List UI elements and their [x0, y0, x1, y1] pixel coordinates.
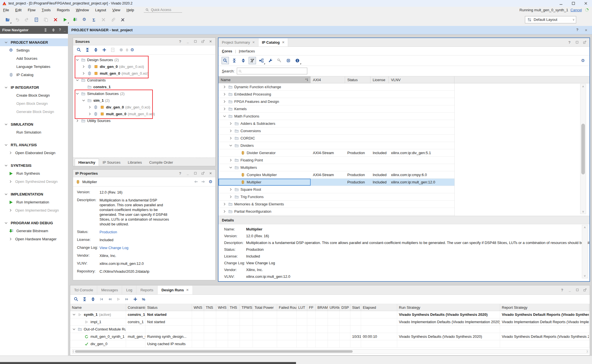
undo-button[interactable]	[14, 16, 21, 23]
catalog-row[interactable]: Math Functions	[218, 113, 454, 120]
license-button[interactable]	[276, 57, 283, 64]
column-header-wns[interactable]: WNS	[192, 304, 204, 311]
copy-button[interactable]	[42, 16, 50, 23]
column-header-bram[interactable]: BRAM	[316, 304, 328, 311]
scroll-down-icon[interactable]: ˅	[580, 210, 586, 214]
play-button[interactable]	[115, 296, 122, 303]
menu-view[interactable]: View	[109, 7, 123, 13]
chevron-down-icon[interactable]	[81, 98, 85, 102]
menu-help[interactable]: Help	[123, 7, 137, 13]
back-arrow-icon[interactable]	[193, 179, 198, 184]
design-run-row[interactable]: Out-of-Context Module Runs	[70, 326, 590, 333]
abort-button[interactable]	[52, 16, 59, 23]
catalog-row[interactable]: Memories & Storage Elements	[218, 201, 454, 208]
close-icon[interactable]	[580, 0, 592, 7]
minimize-panel-icon[interactable]: _	[185, 171, 190, 176]
chevron-down-icon[interactable]	[72, 327, 76, 331]
scrollbar-thumb[interactable]	[581, 124, 585, 174]
redo-button[interactable]	[23, 16, 30, 23]
chevron-right-icon[interactable]	[81, 85, 85, 89]
tree-row[interactable]: div_gen_0 (div_gen_0.xci)	[73, 63, 215, 70]
close-tab-icon[interactable]: ✕	[282, 41, 284, 44]
chevron-right-icon[interactable]	[75, 119, 79, 123]
column-header-tpws[interactable]: TPWS	[240, 304, 253, 311]
column-header-name[interactable]: Name	[70, 304, 126, 311]
flow-item-ip-catalog[interactable]: IP Catalog	[0, 71, 68, 79]
design-run-row[interactable]: synth_1 (active)constrs_1Not startedViva…	[70, 311, 590, 318]
run-button[interactable]	[61, 16, 69, 23]
collapse-all-icon[interactable]	[43, 27, 48, 32]
close-tab-icon[interactable]: ✕	[186, 288, 189, 292]
chevron-right-icon[interactable]	[88, 105, 92, 109]
column-header-failed-routes[interactable]: Failed Routes	[277, 304, 297, 311]
tab-messages[interactable]: Messages	[97, 286, 122, 294]
chevron-right-icon[interactable]	[8, 208, 12, 212]
forward-arrow-icon[interactable]	[201, 179, 206, 184]
chevron-right-icon[interactable]	[79, 320, 83, 324]
tab-hierarchy[interactable]: Hierarchy	[75, 159, 99, 166]
chevron-right-icon[interactable]	[88, 112, 92, 116]
column-header-total-power[interactable]: Total Power	[253, 304, 277, 311]
column-header-tns[interactable]: TNS	[204, 304, 216, 311]
report-button[interactable]	[33, 16, 40, 23]
link-view-change-log[interactable]: View Change Log	[100, 245, 169, 250]
chevron-down-icon[interactable]	[229, 144, 233, 148]
tree-row[interactable]: constrs_1	[73, 83, 215, 90]
column-header-elapsed[interactable]: Elapsed	[361, 304, 397, 311]
flow-item-add-sources[interactable]: Add Sources	[0, 54, 68, 63]
chevron-right-icon[interactable]	[229, 122, 233, 126]
column-header-lut[interactable]: LUT	[297, 304, 307, 311]
scroll-up-icon[interactable]: ˄	[582, 225, 587, 229]
chevron-down-icon[interactable]	[4, 192, 8, 196]
attach-button[interactable]	[109, 16, 117, 23]
horizontal-scrollbar[interactable]: ⟨ ⟩	[72, 349, 589, 354]
flow-section-program-and-debug[interactable]: PROGRAM AND DEBUG	[0, 219, 68, 227]
chevron-right-icon[interactable]	[8, 151, 12, 155]
catalog-row[interactable]: Floating Point	[218, 157, 454, 164]
step-forward-button[interactable]	[123, 296, 130, 303]
expand-all-button[interactable]	[240, 57, 247, 64]
chevron-down-icon[interactable]	[72, 313, 76, 317]
flow-section-implementation[interactable]: IMPLEMENTATION	[0, 190, 68, 198]
tree-row[interactable]: sim_1 (2)	[73, 97, 215, 104]
chevron-right-icon[interactable]	[222, 92, 226, 96]
catalog-row[interactable]: Embedded Processing	[218, 91, 454, 98]
tree-row[interactable]: Utility Sources	[73, 117, 215, 124]
chevron-right-icon[interactable]	[229, 136, 233, 140]
flow-item-generate-bitstream[interactable]: 0110Generate Bitstream	[0, 227, 68, 235]
catalog-search-input[interactable]	[237, 68, 307, 74]
tab-design-runs[interactable]: Design Runs✕	[158, 286, 193, 294]
maximize-panel-icon[interactable]	[575, 287, 580, 292]
chevron-down-icon[interactable]	[75, 92, 79, 96]
column-header-constraints[interactable]: Constraints	[126, 304, 145, 311]
info-button[interactable]	[294, 57, 301, 64]
help-doc-button[interactable]: ?	[109, 46, 116, 53]
tab-ip-sources[interactable]: IP Sources	[99, 159, 124, 166]
cancel-run-button[interactable]	[100, 16, 107, 23]
catalog-row[interactable]: FPGA Features and Design	[218, 98, 454, 105]
tree-row[interactable]: mult_gen_0 (mult_gen_0.xci)	[73, 110, 215, 117]
quick-access-search[interactable]: Quick Access	[144, 7, 182, 13]
close-icon[interactable]	[208, 39, 213, 44]
catalog-row[interactable]: Kernels	[218, 105, 454, 113]
maximize-icon[interactable]	[567, 0, 580, 7]
chevron-right-icon[interactable]	[81, 65, 85, 68]
scrollbar-thumb[interactable]	[75, 350, 353, 353]
catalog-row[interactable]: Partial Reconfiguration	[218, 208, 454, 215]
collapse-all-button[interactable]	[81, 296, 88, 303]
chevron-right-icon[interactable]	[222, 107, 226, 111]
tab-reports[interactable]: Reports	[136, 286, 158, 294]
flow-item-run-synthesis[interactable]: Run Synthesis	[0, 169, 68, 177]
filter-button[interactable]	[249, 57, 256, 64]
chevron-down-icon[interactable]	[4, 163, 8, 167]
chevron-down-icon[interactable]	[4, 85, 8, 89]
search-button[interactable]	[222, 57, 229, 64]
customize-button[interactable]	[267, 57, 274, 64]
gear-icon[interactable]: ⚙	[208, 179, 213, 184]
chevron-right-icon[interactable]	[8, 237, 12, 241]
expand-all-button[interactable]	[92, 46, 99, 53]
column-header-report-strategy[interactable]: Report Strategy	[500, 304, 589, 311]
chevron-right-icon[interactable]	[79, 335, 83, 339]
flow-item-open-block-design[interactable]: Open Block Design	[0, 99, 68, 108]
chevron-right-icon[interactable]	[8, 180, 12, 184]
